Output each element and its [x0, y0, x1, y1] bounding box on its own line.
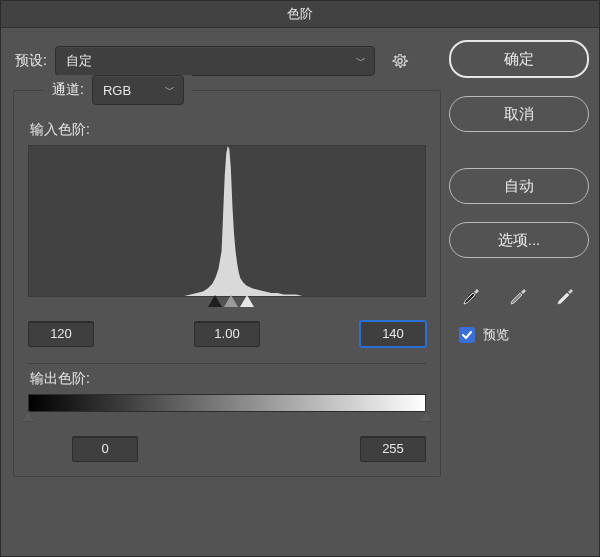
levels-fieldset: 通道: RGB ﹀ 输入色阶: — [13, 90, 441, 477]
input-white-slider[interactable] — [240, 295, 254, 307]
output-black-slider[interactable] — [21, 410, 35, 422]
preview-label: 预览 — [483, 326, 509, 344]
dialog-title: 色阶 — [1, 1, 599, 28]
input-slider-track[interactable] — [28, 295, 426, 311]
output-slider-track[interactable] — [28, 410, 426, 426]
chevron-down-icon: ﹀ — [356, 54, 366, 68]
input-levels-label: 输入色阶: — [30, 121, 426, 139]
channel-select-value: RGB — [103, 83, 131, 98]
channel-row: 通道: RGB ﹀ — [44, 75, 192, 105]
check-icon — [461, 329, 473, 341]
preset-select-value: 自定 — [66, 52, 92, 70]
histogram-svg — [29, 146, 425, 296]
input-black-field[interactable]: 120 — [28, 321, 94, 347]
output-white-slider[interactable] — [419, 410, 433, 422]
input-gamma-field[interactable]: 1.00 — [194, 321, 260, 347]
eyedropper-row — [449, 280, 589, 308]
input-black-slider[interactable] — [208, 295, 222, 307]
right-column: 确定 取消 自动 选项... — [443, 36, 589, 547]
output-black-field[interactable]: 0 — [72, 436, 138, 462]
cancel-button[interactable]: 取消 — [449, 96, 589, 132]
output-levels-label: 输出色阶: — [30, 370, 426, 388]
levels-dialog: 色阶 预设: 自定 ﹀ — [0, 0, 600, 557]
preset-select[interactable]: 自定 ﹀ — [55, 46, 375, 76]
output-white-field[interactable]: 255 — [360, 436, 426, 462]
divider — [28, 363, 426, 364]
eyedropper-black[interactable] — [458, 280, 486, 308]
svg-point-0 — [398, 59, 402, 63]
options-button[interactable]: 选项... — [449, 222, 589, 258]
eyedropper-icon — [508, 283, 530, 305]
channel-label: 通道: — [52, 81, 84, 99]
preset-menu-button[interactable] — [391, 51, 411, 71]
svg-marker-1 — [29, 146, 425, 296]
gear-icon — [391, 51, 411, 71]
preview-checkbox[interactable] — [459, 327, 475, 343]
auto-button[interactable]: 自动 — [449, 168, 589, 204]
histogram — [28, 145, 426, 297]
eyedropper-icon — [555, 283, 577, 305]
eyedropper-white[interactable] — [552, 280, 580, 308]
input-white-field[interactable]: 140 — [360, 321, 426, 347]
eyedropper-icon — [461, 283, 483, 305]
preview-row: 预览 — [459, 326, 589, 344]
preset-row: 预设: 自定 ﹀ — [15, 46, 443, 76]
channel-select[interactable]: RGB ﹀ — [92, 75, 184, 105]
chevron-down-icon: ﹀ — [165, 83, 175, 97]
input-gamma-slider[interactable] — [224, 295, 238, 307]
input-values-row: 120 1.00 140 — [28, 321, 426, 347]
output-values-row: 0 255 — [28, 436, 426, 462]
dialog-body: 预设: 自定 ﹀ — [1, 28, 599, 557]
left-column: 预设: 自定 ﹀ — [11, 36, 443, 547]
eyedropper-gray[interactable] — [505, 280, 533, 308]
preset-label: 预设: — [15, 52, 47, 70]
ok-button[interactable]: 确定 — [449, 40, 589, 78]
